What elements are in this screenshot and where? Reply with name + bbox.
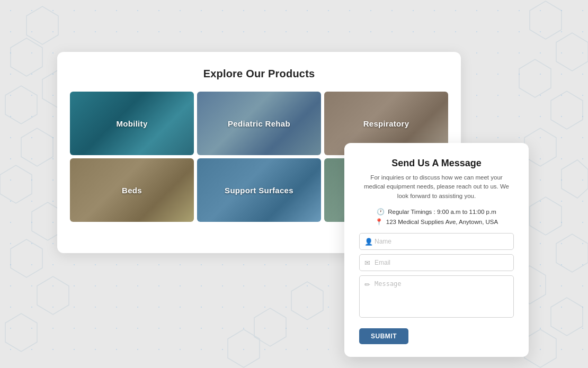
name-field-wrapper: 👤: [359, 233, 514, 250]
svg-marker-8: [37, 276, 69, 315]
product-mobility-label: Mobility: [70, 92, 194, 155]
svg-marker-12: [519, 59, 551, 97]
svg-marker-11: [556, 33, 588, 71]
contact-timings-row: 🕐 Regular Timings : 9:00 a.m to 11:00 p.…: [359, 208, 514, 216]
message-field-wrapper: ✏: [359, 275, 514, 320]
svg-marker-23: [228, 329, 260, 367]
svg-marker-17: [556, 234, 588, 272]
svg-marker-20: [524, 329, 556, 367]
product-support-label: Support Surfaces: [197, 158, 321, 222]
svg-marker-1: [11, 38, 42, 76]
contact-address-row: 📍 123 Medical Supplies Ave, Anytown, USA: [359, 218, 514, 226]
product-item-support-surfaces[interactable]: Support Surfaces: [197, 158, 321, 222]
name-field-icon: 👤: [364, 237, 373, 245]
product-pediatric-label: Pediatric Rehab: [197, 92, 321, 155]
location-icon: 📍: [375, 218, 383, 226]
svg-marker-22: [291, 282, 323, 320]
product-card-title: Explore Our Products: [70, 68, 448, 80]
message-input[interactable]: [359, 275, 514, 318]
svg-marker-3: [5, 86, 37, 124]
product-item-mobility[interactable]: Mobility: [70, 92, 194, 155]
clock-icon: 🕐: [377, 208, 385, 216]
svg-marker-0: [26, 6, 58, 44]
message-field-icon: ✏: [364, 281, 370, 289]
contact-info: 🕐 Regular Timings : 9:00 a.m to 11:00 p.…: [359, 208, 514, 226]
contact-card: Send Us A Message For inquiries or to di…: [344, 143, 529, 357]
svg-marker-13: [551, 91, 583, 129]
email-field-wrapper: ✉: [359, 254, 514, 271]
product-beds-label: Beds: [70, 158, 194, 222]
svg-marker-16: [530, 197, 562, 235]
product-item-pediatric-rehab[interactable]: Pediatric Rehab: [197, 92, 321, 155]
svg-marker-4: [21, 128, 53, 166]
svg-marker-5: [0, 165, 32, 203]
svg-marker-21: [254, 308, 286, 346]
svg-marker-19: [551, 298, 583, 336]
contact-description: For inquiries or to discuss how we can m…: [359, 173, 514, 201]
contact-address: 123 Medical Supplies Ave, Anytown, USA: [386, 219, 498, 225]
svg-marker-14: [524, 128, 556, 166]
contact-title: Send Us A Message: [359, 158, 514, 169]
svg-marker-9: [5, 313, 37, 352]
submit-button[interactable]: SUBMIT: [359, 328, 408, 344]
contact-timings: Regular Timings : 9:00 a.m to 11:00 p.m: [388, 209, 496, 215]
email-input[interactable]: [359, 254, 514, 271]
svg-marker-15: [562, 160, 588, 198]
product-item-beds[interactable]: Beds: [70, 158, 194, 222]
name-input[interactable]: [359, 233, 514, 250]
email-field-icon: ✉: [364, 258, 370, 266]
svg-marker-10: [530, 1, 562, 39]
svg-marker-7: [11, 239, 42, 277]
